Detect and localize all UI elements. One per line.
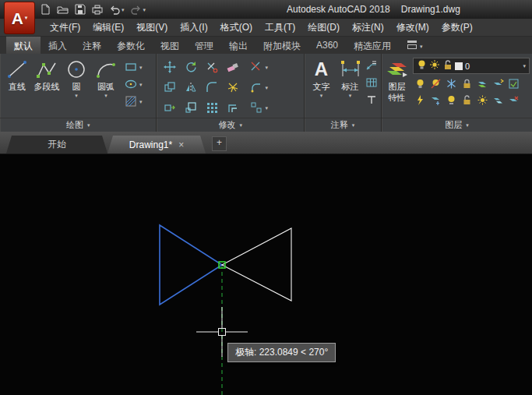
table-tool-button[interactable] bbox=[365, 76, 379, 90]
layer-match-button[interactable] bbox=[475, 76, 489, 90]
chevron-down-icon[interactable]: ▾ bbox=[104, 93, 107, 98]
chevron-down-icon[interactable]: ▾ bbox=[139, 99, 143, 104]
chevron-down-icon[interactable]: ▾ bbox=[265, 85, 268, 90]
copy-tool-button[interactable] bbox=[163, 80, 177, 94]
menu-format[interactable]: 格式(O) bbox=[214, 19, 259, 37]
ribbon-tab-manage[interactable]: 管理 bbox=[187, 37, 221, 54]
layer-freeze-button[interactable] bbox=[444, 76, 458, 90]
annotation-panel-footer[interactable]: 注释 ▾ bbox=[305, 118, 381, 132]
chevron-down-icon[interactable]: ▾ bbox=[75, 93, 78, 98]
erase-tool-button[interactable] bbox=[226, 60, 240, 74]
new-drawing-tab-button[interactable]: + bbox=[212, 136, 227, 151]
close-tab-icon[interactable]: × bbox=[178, 140, 184, 150]
modify-panel-footer[interactable]: 修改 ▾ bbox=[157, 118, 304, 132]
chevron-down-icon[interactable]: ▾ bbox=[139, 82, 143, 87]
ribbon-tab-view[interactable]: 视图 bbox=[153, 37, 187, 54]
left-triangle[interactable] bbox=[160, 225, 222, 305]
trim-flyout-button[interactable] bbox=[249, 60, 263, 74]
fillet-flyout-button[interactable] bbox=[249, 80, 263, 94]
text-style-tool-button[interactable] bbox=[365, 93, 379, 107]
new-file-button[interactable] bbox=[41, 4, 51, 15]
line-tool-button[interactable]: 直线 bbox=[2, 55, 32, 118]
arc-tool-button[interactable]: 圆弧 ▾ bbox=[91, 55, 121, 118]
ribbon-tab-a360[interactable]: A360 bbox=[308, 37, 346, 54]
scale-tool-button[interactable] bbox=[184, 101, 198, 115]
chevron-down-icon[interactable]: ▾ bbox=[265, 105, 268, 111]
undo-button[interactable]: ▾ bbox=[109, 5, 125, 15]
menu-draw[interactable]: 绘图(D) bbox=[301, 19, 346, 37]
mirror-tool-button[interactable] bbox=[184, 80, 198, 94]
ribbon-tab-home[interactable]: 默认 bbox=[6, 37, 41, 54]
dimension-tool-button[interactable]: 标注 ▾ bbox=[336, 55, 365, 118]
open-file-button[interactable] bbox=[57, 5, 69, 15]
menu-file[interactable]: 文件(F) bbox=[44, 19, 86, 37]
trim-tool-button[interactable] bbox=[205, 60, 219, 74]
polyline-tool-button[interactable]: 多段线 bbox=[32, 55, 62, 118]
model-space-canvas[interactable]: 极轴: 223.0849 < 270° bbox=[0, 154, 532, 395]
chevron-down-icon[interactable]: ▾ bbox=[320, 93, 323, 98]
drawing1-tab[interactable]: Drawing1* × bbox=[107, 136, 206, 153]
quick-access-toolbar: ▾ ▾ bbox=[41, 4, 146, 15]
menu-modify[interactable]: 修改(M) bbox=[390, 19, 435, 37]
ribbon-grid-icon bbox=[407, 39, 417, 53]
leader-tool-button[interactable] bbox=[365, 58, 379, 72]
explode-tool-button[interactable] bbox=[226, 80, 240, 94]
layer-off-button[interactable] bbox=[413, 76, 427, 90]
stretch-tool-button[interactable] bbox=[163, 101, 177, 115]
plot-button[interactable] bbox=[92, 5, 103, 15]
layer-delete-button[interactable] bbox=[506, 93, 520, 107]
ribbon-display-options-button[interactable]: ▾ bbox=[407, 39, 423, 53]
hatch-tool-button[interactable] bbox=[124, 94, 138, 108]
right-triangle[interactable] bbox=[222, 228, 291, 301]
layer-thaw-all-button[interactable] bbox=[475, 93, 489, 107]
chevron-down-icon[interactable]: ▾ bbox=[349, 93, 352, 98]
menu-parametric[interactable]: 参数(P) bbox=[435, 19, 479, 37]
ribbon-tab-output[interactable]: 输出 bbox=[221, 37, 255, 54]
layer-isolate-button[interactable] bbox=[428, 76, 442, 90]
menu-dimension[interactable]: 标注(N) bbox=[346, 19, 390, 37]
application-menu-button[interactable]: A ▾ bbox=[4, 2, 35, 34]
chevron-down-icon[interactable]: ▾ bbox=[265, 65, 268, 70]
save-button[interactable] bbox=[75, 4, 86, 15]
ellipse-tool-button[interactable] bbox=[124, 77, 138, 91]
move-tool-button[interactable] bbox=[163, 60, 177, 74]
layers-panel: 图层 特性 0 ▾ bbox=[382, 54, 532, 132]
ribbon-tab-addins[interactable]: 附加模块 bbox=[255, 37, 308, 54]
menu-tools[interactable]: 工具(T) bbox=[259, 19, 301, 37]
circle-tool-button[interactable]: 圆 ▾ bbox=[62, 55, 91, 118]
ribbon-tab-annotate[interactable]: 注释 bbox=[75, 37, 109, 54]
menu-edit[interactable]: 编辑(E) bbox=[86, 19, 130, 37]
layers-panel-footer[interactable]: 图层 ▾ bbox=[382, 118, 532, 132]
draw-panel-footer[interactable]: 绘图 ▾ bbox=[0, 118, 156, 132]
layer-unlock-all-button[interactable] bbox=[460, 93, 474, 107]
layer-properties-button[interactable]: 图层 特性 bbox=[384, 55, 410, 118]
fillet-tool-button[interactable] bbox=[205, 80, 219, 94]
menu-view[interactable]: 视图(V) bbox=[130, 19, 174, 37]
ribbon-tab-parametric[interactable]: 参数化 bbox=[109, 37, 153, 54]
array-flyout-button[interactable] bbox=[249, 101, 263, 115]
rotate-tool-button[interactable] bbox=[184, 60, 198, 74]
ribbon-tab-insert[interactable]: 插入 bbox=[41, 37, 75, 54]
layer-freeze-other-button[interactable] bbox=[428, 93, 442, 107]
layer-walk-button[interactable] bbox=[413, 93, 427, 107]
menu-insert[interactable]: 插入(I) bbox=[174, 19, 213, 37]
redo-button[interactable]: ▾ bbox=[131, 5, 146, 15]
chevron-down-icon[interactable]: ▾ bbox=[122, 7, 125, 12]
layer-state-button[interactable] bbox=[506, 76, 520, 90]
ribbon-tab-featured-apps[interactable]: 精选应用 bbox=[346, 37, 399, 54]
offset-tool-button[interactable] bbox=[226, 101, 240, 115]
chevron-down-icon[interactable]: ▾ bbox=[143, 7, 146, 12]
layer-prev-button[interactable] bbox=[491, 76, 505, 90]
layer-merge-button[interactable] bbox=[491, 93, 505, 107]
start-tab[interactable]: 开始 bbox=[6, 136, 107, 153]
layer-select-dropdown[interactable]: 0 ▾ bbox=[413, 58, 530, 74]
layer-on-all-button[interactable] bbox=[444, 93, 458, 107]
draw-panel: 直线 多段线 圆 ▾ 圆弧 ▾ ▾ ▾ bbox=[0, 54, 157, 132]
circle-icon bbox=[65, 58, 88, 80]
menu-bar: 文件(F) 编辑(E) 视图(V) 插入(I) 格式(O) 工具(T) 绘图(D… bbox=[0, 19, 532, 37]
layer-lock-button[interactable] bbox=[460, 76, 474, 90]
array-tool-button[interactable] bbox=[205, 101, 219, 115]
text-tool-button[interactable]: A 文字 ▾ bbox=[307, 55, 336, 118]
chevron-down-icon[interactable]: ▾ bbox=[139, 65, 143, 70]
rectangle-tool-button[interactable] bbox=[124, 60, 138, 74]
